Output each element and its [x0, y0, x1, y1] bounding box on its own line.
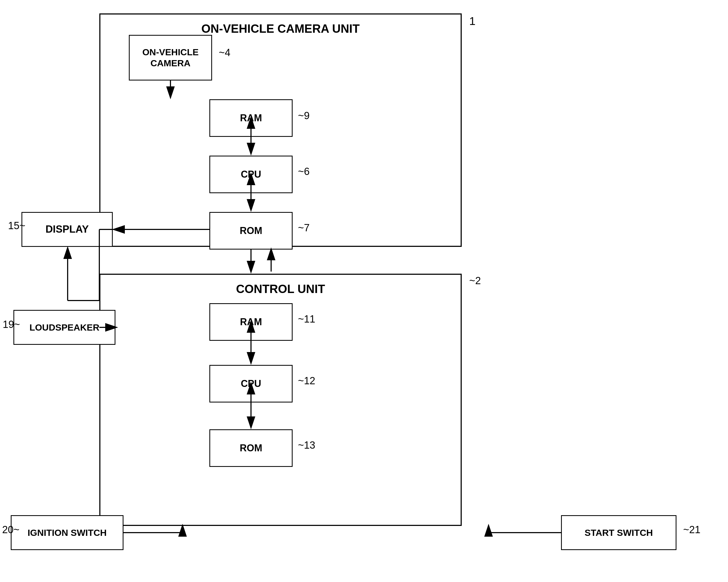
ref-1: 1: [469, 15, 475, 28]
cpu2-label: CPU: [241, 378, 261, 389]
display-label: DISPLAY: [45, 223, 88, 236]
loudspeaker-block: LOUDSPEAKER: [14, 310, 115, 345]
start-switch-label: START SWITCH: [584, 527, 653, 538]
ram2-label: RAM: [240, 316, 262, 327]
camera-block: ON-VEHICLECAMERA: [129, 35, 212, 80]
ram1-block: RAM: [209, 99, 293, 137]
rom2-block: ROM: [209, 429, 293, 467]
ref-20: 20~: [2, 524, 19, 535]
loudspeaker-label: LOUDSPEAKER: [29, 322, 100, 333]
ram1-label: RAM: [240, 112, 262, 124]
ref-4: ~4: [219, 47, 230, 58]
control-unit-label: CONTROL UNIT: [100, 282, 461, 296]
rom2-label: ROM: [240, 442, 262, 454]
diagram: ON-VEHICLE CAMERA UNIT 1 ON-VEHICLECAMER…: [0, 0, 728, 582]
display-block: DISPLAY: [22, 212, 113, 247]
rom1-block: ROM: [209, 212, 293, 249]
ref-2: ~2: [469, 275, 481, 287]
ignition-label: IGNITION SWITCH: [28, 527, 107, 538]
rom1-label: ROM: [240, 225, 262, 236]
ref-19: 19~: [3, 319, 20, 330]
on-vehicle-unit-label: ON-VEHICLE CAMERA UNIT: [100, 22, 461, 35]
ref-6: ~6: [298, 166, 310, 177]
ref-7: ~7: [298, 222, 310, 234]
cpu2-block: CPU: [209, 365, 293, 402]
ref-12: ~12: [298, 375, 315, 387]
ram2-block: RAM: [209, 303, 293, 341]
camera-label: ON-VEHICLECAMERA: [142, 47, 199, 69]
ref-21: ~21: [683, 524, 700, 535]
ref-13: ~13: [298, 440, 315, 451]
ref-9: ~9: [298, 110, 310, 122]
ref-11: ~11: [298, 313, 315, 325]
ref-15: 15~: [8, 220, 25, 232]
cpu1-block: CPU: [209, 156, 293, 193]
cpu1-label: CPU: [241, 168, 261, 180]
start-switch-block: START SWITCH: [561, 515, 676, 550]
ignition-block: IGNITION SWITCH: [11, 515, 124, 550]
